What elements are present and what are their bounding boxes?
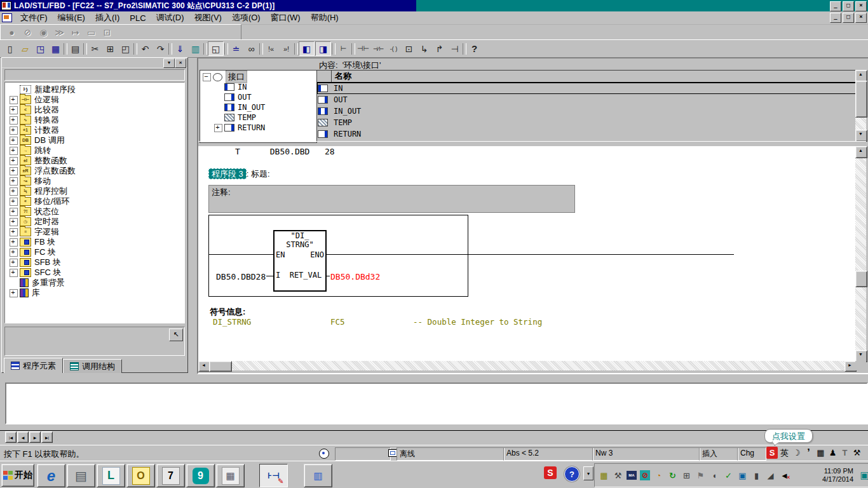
blocked-service-icon[interactable]: ⊘: [640, 470, 650, 480]
table-row[interactable]: TEMP: [317, 117, 856, 128]
tree-item[interactable]: +1 计数器: [5, 125, 184, 135]
panel-tab[interactable]: 程序元素: [4, 358, 63, 373]
new-button[interactable]: ▯: [3, 42, 17, 55]
child-restore-button[interactable]: □: [843, 13, 854, 23]
stl-statement[interactable]: T DB50.DBD 28: [235, 147, 335, 156]
tree-item[interactable]: FB 块: [5, 237, 184, 247]
print-button[interactable]: ▤: [68, 42, 83, 55]
monitor-block-icon[interactable]: ⊡: [100, 25, 114, 39]
taskbar-plcsim-button[interactable]: ▦: [216, 464, 245, 487]
menu-item[interactable]: 视图(V): [189, 11, 227, 24]
last-tab-button[interactable]: ▶|: [41, 431, 53, 443]
tree-item[interactable]: < 比较器: [5, 105, 184, 115]
start-button[interactable]: 开始: [1, 464, 34, 487]
expander-icon[interactable]: [10, 238, 18, 247]
first-tab-button[interactable]: |◀: [5, 431, 17, 443]
toolbox-icon[interactable]: ⚒: [851, 447, 862, 459]
expander-icon[interactable]: [10, 106, 18, 114]
english-mode-icon[interactable]: 英: [779, 447, 790, 459]
taskbar-clock-tool-button[interactable]: O: [126, 464, 155, 487]
usb-ok-icon[interactable]: ✓: [723, 470, 734, 481]
panel-close-button[interactable]: ×: [175, 58, 186, 68]
paste-button[interactable]: ◰: [118, 42, 133, 55]
symbol-info-toggle[interactable]: ◱: [208, 41, 224, 56]
locate-element-button[interactable]: ↖: [169, 329, 183, 341]
next-error-button[interactable]: »!: [279, 42, 294, 55]
expander-icon[interactable]: [10, 96, 18, 104]
network-label[interactable]: 程序段 3: [208, 168, 247, 179]
collapse-icon[interactable]: [203, 73, 211, 81]
close-branch-button[interactable]: ↱: [432, 42, 447, 55]
breakpoints-active-icon[interactable]: ◉: [36, 25, 51, 39]
next-statement-icon[interactable]: ↦: [68, 25, 83, 39]
prev-tab-button[interactable]: ◀: [17, 431, 29, 443]
tree-item[interactable]: ↝ 移动: [5, 176, 184, 186]
tree-item[interactable]: 新建程序段: [5, 85, 184, 95]
new-network-button[interactable]: ⊢: [336, 42, 351, 55]
tray-expand-button[interactable]: ▾: [583, 466, 593, 480]
insert-input-button[interactable]: ⊣: [447, 42, 462, 55]
sogou-tray-icon[interactable]: S: [544, 466, 557, 479]
volume-muted-icon[interactable]: ◄: [779, 470, 790, 481]
tree-item[interactable]: ◷ 定时器: [5, 217, 184, 227]
interface-tree-item[interactable]: RETURN: [200, 123, 316, 133]
scheduler-icon[interactable]: ◔: [653, 470, 664, 481]
sogou-ime-icon[interactable]: S: [766, 447, 778, 459]
tree-item[interactable]: SFC 块: [5, 268, 184, 278]
tree-item[interactable]: « 移位/循环: [5, 196, 184, 207]
expander-icon[interactable]: [10, 137, 18, 145]
shield-icon[interactable]: ▦: [599, 470, 609, 481]
declaration-scrollbar[interactable]: [855, 70, 866, 140]
network-places-icon[interactable]: ⊞: [681, 470, 692, 481]
menu-item[interactable]: 帮助(H): [306, 11, 344, 24]
help-select-button[interactable]: ?: [467, 42, 482, 55]
tree-item[interactable]: FC 块: [5, 247, 184, 257]
code-vertical-scrollbar[interactable]: [855, 146, 866, 361]
monitor-variables-button[interactable]: ▥: [188, 42, 203, 55]
interface-tree-item[interactable]: TEMP: [200, 112, 316, 123]
tree-item[interactable]: ?! 状态位: [5, 207, 184, 217]
interface-root-label[interactable]: 接口: [226, 71, 247, 83]
menu-item[interactable]: PLC: [125, 13, 151, 24]
tree-item[interactable]: ⊣⊢ 位逻辑: [5, 95, 184, 105]
taskbar-hwconfig-button[interactable]: ▥: [304, 464, 332, 487]
repair-tool-icon[interactable]: ⚒: [613, 470, 623, 481]
open-button[interactable]: ▱: [18, 42, 32, 55]
expander-icon[interactable]: [10, 116, 18, 125]
code-horizontal-scrollbar[interactable]: [198, 361, 855, 370]
output-pane[interactable]: [5, 383, 868, 424]
signal-icon[interactable]: ◢: [765, 470, 776, 481]
menu-item[interactable]: 插入(I): [90, 11, 125, 24]
expander-icon[interactable]: [10, 147, 18, 155]
expander-icon[interactable]: [10, 289, 18, 297]
open-online-button[interactable]: ◳: [33, 42, 48, 55]
insert-empty-box-button[interactable]: ⊡: [402, 42, 416, 55]
scrollbar-thumb[interactable]: [209, 361, 232, 372]
declaration-name-cell[interactable]: OUT: [331, 95, 348, 104]
open-branch-button[interactable]: ↳: [417, 42, 431, 55]
resume-icon[interactable]: ≫: [52, 25, 67, 39]
expander-icon[interactable]: [214, 124, 222, 132]
interface-tree-item[interactable]: OUT: [200, 92, 316, 102]
table-row[interactable]: RETURN: [317, 128, 856, 140]
taskbar-print-station-button[interactable]: ▤: [67, 464, 95, 487]
table-row[interactable]: OUT: [317, 94, 856, 105]
network-selection-box[interactable]: [208, 215, 468, 297]
expander-icon[interactable]: [10, 218, 18, 226]
expander-icon[interactable]: [10, 208, 18, 216]
panel-tab[interactable]: 调用结构: [63, 359, 122, 373]
tree-item[interactable]: → 跳转: [5, 146, 184, 156]
declaration-name-cell[interactable]: IN: [331, 84, 342, 93]
expander-icon[interactable]: [10, 228, 18, 236]
minimize-button[interactable]: _: [830, 1, 841, 11]
expander-icon[interactable]: [10, 269, 18, 277]
previous-error-button[interactable]: !«: [264, 42, 278, 55]
taskbar-app7-button[interactable]: 7: [156, 464, 185, 487]
symbolic-representation-button[interactable]: ∞: [244, 42, 259, 55]
open-call-stack-icon[interactable]: ▭: [84, 25, 98, 39]
table-row[interactable]: IN: [317, 83, 856, 94]
online-connection-button[interactable]: ≐: [229, 42, 243, 55]
sync-icon[interactable]: ↻: [667, 470, 678, 481]
tree-item[interactable]: ±I 整数函数: [5, 156, 184, 166]
declaration-name-cell[interactable]: TEMP: [331, 118, 352, 127]
